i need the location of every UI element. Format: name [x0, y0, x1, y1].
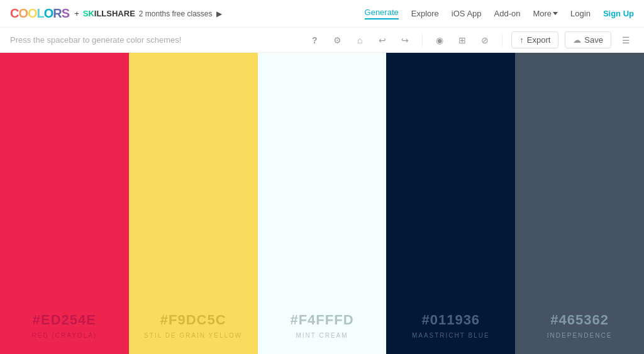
chevron-down-icon — [553, 12, 558, 15]
export-button[interactable]: Export — [511, 31, 558, 48]
skillshare-promo[interactable]: + SKILLSHARE 2 months free classes ▶ — [74, 9, 221, 18]
eye-icon — [436, 35, 443, 45]
hamburger-menu-icon[interactable] — [618, 32, 634, 48]
color-hex-3: #F4FFFD — [290, 312, 353, 328]
undo-arrow-icon — [379, 35, 386, 45]
toolbar-divider-1 — [422, 34, 423, 47]
color-hex-4: #011936 — [421, 312, 480, 328]
toolbar-hint: Press the spacebar to generate color sch… — [10, 35, 181, 45]
save-label: Save — [584, 35, 603, 45]
home-house-icon — [357, 35, 362, 45]
color-panel-1[interactable]: #ED254E RED (CRAYOLA) — [0, 53, 129, 354]
toolbar-divider-2 — [502, 34, 502, 47]
export-arrow-icon — [519, 35, 524, 45]
main-nav: Generate Explore iOS App Add-on More Log… — [365, 8, 634, 19]
color-panel-4[interactable]: #011936 MAASTRICHT BLUE — [386, 53, 515, 354]
promo-arrow-icon: ▶ — [216, 9, 222, 18]
settings-icon[interactable] — [329, 32, 345, 48]
help-icon[interactable] — [306, 32, 323, 48]
skillshare-logo: SKILLSHARE — [83, 9, 135, 18]
nav-addon[interactable]: Add-on — [494, 9, 521, 18]
redo-icon[interactable] — [397, 32, 413, 48]
color-name-5: INDEPENDENCE — [547, 332, 612, 339]
toolbar-actions: Export Save — [306, 31, 634, 48]
toolbar: Press the spacebar to generate color sch… — [0, 28, 644, 53]
color-name-4: MAASTRICHT BLUE — [412, 332, 490, 339]
color-name-2: STIL DE GRAIN YELLOW — [144, 332, 242, 339]
promo-text: 2 months free classes — [139, 9, 213, 18]
gear-icon — [333, 35, 341, 45]
color-hex-1: #ED254E — [33, 312, 96, 328]
redo-arrow-icon — [401, 35, 409, 45]
color-panel-2[interactable]: #F9DC5C STIL DE GRAIN YELLOW — [129, 53, 258, 354]
nav-signup[interactable]: Sign Up — [603, 9, 634, 18]
color-hex-5: #465362 — [550, 312, 609, 328]
view-icon[interactable] — [431, 32, 448, 48]
grid-view-icon — [458, 35, 466, 45]
home-icon[interactable] — [352, 32, 368, 48]
export-label: Export — [527, 35, 551, 45]
save-cloud-icon — [573, 35, 581, 45]
save-button[interactable]: Save — [565, 31, 611, 48]
nav-more[interactable]: More — [533, 9, 558, 18]
color-panel-3[interactable]: #F4FFFD MINT CREAM — [258, 53, 387, 354]
nav-ios-app[interactable]: iOS App — [452, 9, 482, 18]
nav-more-label: More — [533, 9, 552, 18]
color-hex-2: #F9DC5C — [160, 312, 226, 328]
color-name-3: MINT CREAM — [296, 332, 348, 339]
header-left: COOLORS + SKILLSHARE 2 months free class… — [10, 6, 222, 21]
nav-generate[interactable]: Generate — [365, 8, 399, 19]
menu-icon — [622, 35, 630, 45]
nav-explore[interactable]: Explore — [411, 9, 439, 18]
nav-login[interactable]: Login — [570, 9, 591, 18]
question-mark-icon — [312, 35, 318, 45]
grid-icon[interactable] — [454, 32, 470, 48]
undo-icon[interactable] — [374, 32, 391, 48]
block-view-icon — [481, 35, 489, 45]
color-name-1: RED (CRAYOLA) — [32, 332, 97, 339]
plus-sign: + — [74, 9, 79, 18]
color-panel-5[interactable]: #465362 INDEPENDENCE — [515, 53, 644, 354]
block-icon[interactable] — [477, 32, 493, 48]
header: COOLORS + SKILLSHARE 2 months free class… — [0, 0, 644, 28]
color-panels: #ED254E RED (CRAYOLA) #F9DC5C STIL DE GR… — [0, 53, 644, 354]
coolors-logo[interactable]: COOLORS — [10, 6, 69, 21]
